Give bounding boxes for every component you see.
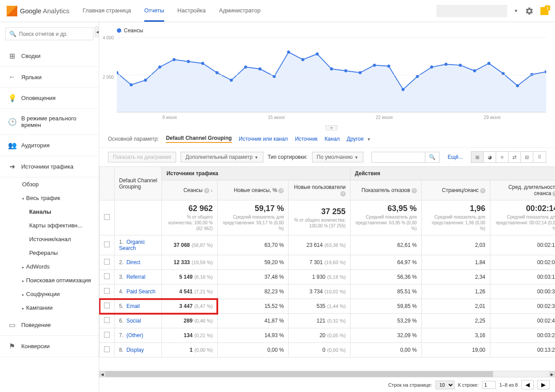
scroll-left-icon[interactable]: ◀ (99, 371, 105, 377)
col-header[interactable]: Новые сеансы, %? (217, 181, 289, 200)
subnav-channels[interactable]: Каналы (29, 205, 99, 219)
primary-dimension-row: Основной параметр: Default Channel Group… (99, 131, 555, 147)
subnav-treemaps[interactable]: Карты эффективн... (29, 219, 99, 232)
col-header[interactable]: Новые пользователи? (289, 181, 350, 200)
subnav-source-medium[interactable]: Источник/канал (29, 232, 99, 246)
subnav-seo[interactable]: ▸Поисковая оптимизация (22, 273, 99, 287)
tab-reports[interactable]: Отчеты (144, 0, 164, 22)
view-pivot-icon[interactable]: ⊟ (521, 152, 533, 162)
sidebar-item-conversions[interactable]: ⚑Конверсии (0, 336, 99, 357)
view-cloud-icon[interactable]: ⠿ (533, 152, 546, 162)
channel-link[interactable]: Direct (127, 259, 140, 265)
dashboards-icon: ⊞ (8, 52, 16, 60)
svg-point-24 (459, 64, 462, 67)
logo[interactable]: Google Analytics (7, 6, 69, 16)
param-active[interactable]: Default Channel Grouping (166, 135, 232, 143)
sidebar-item-realtime[interactable]: 🕒В режиме реального времен (0, 109, 99, 135)
sidebar-collapse[interactable]: ◀ (95, 27, 99, 37)
plot-rows-button[interactable]: Показать на диаграмме (108, 152, 176, 162)
sort-type-select[interactable]: По умолчанию▼ (312, 152, 363, 162)
account-selector[interactable] (436, 5, 507, 17)
sidebar-item-audience[interactable]: 👥Аудитория (0, 135, 99, 156)
view-pie-icon[interactable]: ◕ (484, 152, 496, 162)
dropdown-caret-icon[interactable]: ▼ (514, 8, 518, 13)
tab-admin[interactable]: Администратор (219, 0, 261, 22)
svg-point-10 (258, 67, 262, 70)
svg-point-6 (201, 62, 204, 65)
advanced-link[interactable]: Ещё... (447, 154, 463, 160)
subnav-campaigns[interactable]: ▸Кампании (22, 301, 99, 315)
table-row: 6. Social 289(0,46 %) 41,87 % 121(0,32 %… (100, 314, 555, 328)
realtime-icon: 🕒 (8, 118, 16, 126)
col-dimension[interactable]: Default Channel Grouping (115, 167, 162, 200)
sidebar-item-behavior[interactable]: ▭Поведение (0, 315, 99, 336)
secondary-dimension-button[interactable]: Дополнительный параметр▼ (181, 152, 263, 162)
row-checkbox[interactable] (104, 288, 110, 294)
prev-page-button[interactable]: ◀ (521, 380, 534, 389)
view-compare-icon[interactable]: ⇄ (509, 152, 521, 162)
shortcuts-icon: ← (8, 73, 16, 81)
subnav-overview[interactable]: Обзор (22, 177, 99, 191)
channel-link[interactable]: (Other) (127, 332, 143, 338)
param-source-medium[interactable]: Источник или канал (239, 136, 288, 142)
svg-point-26 (487, 62, 490, 65)
param-other[interactable]: Другое ▼ (347, 136, 371, 142)
row-checkbox[interactable] (104, 242, 110, 247)
channel-link[interactable]: Display (127, 347, 144, 353)
channel-link[interactable]: Referral (127, 274, 146, 280)
svg-point-9 (244, 65, 247, 69)
col-header[interactable]: Сеансы?↓ (162, 181, 218, 200)
pager: Строк на странице: 10 К строке: 1–8 из 8… (99, 377, 555, 392)
scroll-right-icon[interactable]: ▶ (549, 371, 555, 377)
sidebar-item-shortcuts[interactable]: ←Ярлыки (0, 67, 99, 88)
search-input[interactable] (19, 31, 89, 37)
view-toggle: ⊞ ◕ ≡ ⇄ ⊟ ⠿ (471, 151, 546, 163)
row-checkbox[interactable] (104, 346, 110, 352)
col-header[interactable]: Страниц/сеанс? (421, 181, 490, 200)
param-medium[interactable]: Канал (325, 136, 340, 142)
subnav-social[interactable]: ▸Соцфункции (22, 287, 99, 301)
row-checkbox[interactable] (104, 332, 110, 338)
channel-link[interactable]: Paid Search (127, 288, 155, 295)
col-header[interactable]: Сред. длительность сеанса? (490, 181, 555, 200)
sidebar-item-acquisition[interactable]: ➜Источники трафика (0, 156, 99, 177)
rows-per-page-select[interactable]: 10 (436, 380, 455, 389)
line-chart[interactable]: 4 000 2 000 (117, 37, 546, 112)
row-checkbox[interactable] (104, 259, 110, 265)
svg-point-15 (330, 67, 333, 70)
view-table-icon[interactable]: ⊞ (471, 152, 484, 162)
chart-legend: Сеансы (117, 27, 546, 34)
channel-link[interactable]: Email (127, 303, 140, 309)
acquisition-icon: ➜ (8, 162, 16, 171)
row-checkbox[interactable] (104, 273, 110, 279)
gear-icon[interactable] (525, 7, 534, 15)
bell-icon[interactable] (540, 7, 548, 15)
sidebar-item-dashboards[interactable]: ⊞Сводки (0, 46, 99, 67)
chart-resize-handle[interactable]: ▼ (325, 125, 338, 131)
sidebar: ◀ 🔍 ⊞Сводки ←Ярлыки 💡Оповещения 🕒В режим… (0, 22, 99, 392)
row-checkbox[interactable] (104, 317, 110, 323)
next-page-button[interactable]: ▶ (537, 380, 550, 389)
sidebar-item-alerts[interactable]: 💡Оповещения (0, 88, 99, 109)
subnav-referrals[interactable]: Рефералы (29, 246, 99, 260)
horizontal-scrollbar[interactable]: ◀ ▶ (99, 371, 555, 377)
table-search-button[interactable]: 🔍 (425, 152, 439, 162)
tab-home[interactable]: Главная страница (83, 0, 131, 22)
table-search-input[interactable] (372, 152, 425, 162)
param-source[interactable]: Источник (295, 136, 317, 142)
conversions-icon: ⚑ (8, 342, 16, 350)
checkbox[interactable] (104, 214, 110, 220)
tab-customization[interactable]: Настройка (177, 0, 206, 22)
sort-type-label: Тип сортировки: (268, 154, 308, 160)
view-bar-icon[interactable]: ≡ (496, 152, 509, 162)
report-search[interactable]: 🔍 (5, 27, 93, 40)
svg-point-11 (273, 75, 276, 78)
subnav-adwords[interactable]: ▸AdWords (22, 260, 99, 273)
goto-input[interactable] (482, 381, 496, 389)
svg-point-8 (230, 79, 233, 82)
channel-link[interactable]: Social (127, 318, 141, 324)
subnav-all-traffic[interactable]: ▾Весь трафик (22, 191, 99, 205)
row-checkbox[interactable] (104, 303, 110, 308)
table-row: 7. (Other) 134(0,21 %) 14,93 % 20(0,05 %… (100, 328, 555, 343)
col-header[interactable]: Показатель отказов? (350, 181, 421, 200)
